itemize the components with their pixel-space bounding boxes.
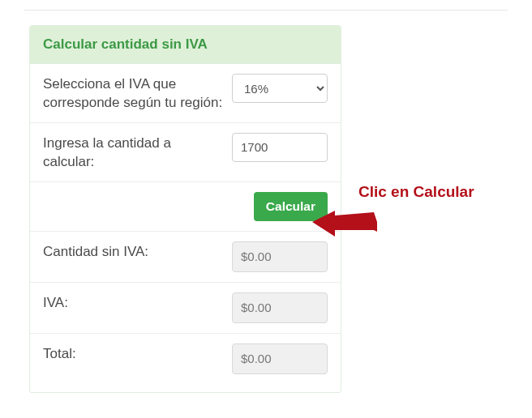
calculate-button[interactable]: Calcular [254, 192, 328, 221]
label-amount: Ingresa la cantidad a calcular: [43, 133, 232, 172]
label-result-total: Total: [43, 343, 232, 364]
row-result-total: Total: $0.00 [30, 334, 341, 392]
iva-calculator-card: Calcular cantidad sin IVA Selecciona el … [29, 25, 341, 393]
row-amount: Ingresa la cantidad a calcular: [30, 123, 341, 182]
top-divider [24, 10, 508, 11]
result-noiva-value: $0.00 [232, 241, 328, 272]
result-iva-value: $0.00 [232, 292, 328, 323]
row-calc-button: Calcular [30, 182, 341, 232]
label-select-iva: Selecciona el IVA que corresponde según … [43, 74, 232, 113]
annotation-text: Clic en Calcular [358, 183, 474, 201]
label-result-noiva: Cantidad sin IVA: [43, 241, 232, 262]
card-header: Calcular cantidad sin IVA [30, 26, 341, 64]
row-result-iva: IVA: $0.00 [30, 283, 341, 334]
amount-input[interactable] [232, 133, 328, 162]
iva-select[interactable]: 16% [232, 74, 328, 103]
row-result-noiva: Cantidad sin IVA: $0.00 [30, 232, 341, 283]
label-result-iva: IVA: [43, 292, 232, 313]
row-select-iva: Selecciona el IVA que corresponde según … [30, 64, 341, 123]
card-title: Calcular cantidad sin IVA [43, 36, 328, 53]
result-total-value: $0.00 [232, 343, 328, 374]
